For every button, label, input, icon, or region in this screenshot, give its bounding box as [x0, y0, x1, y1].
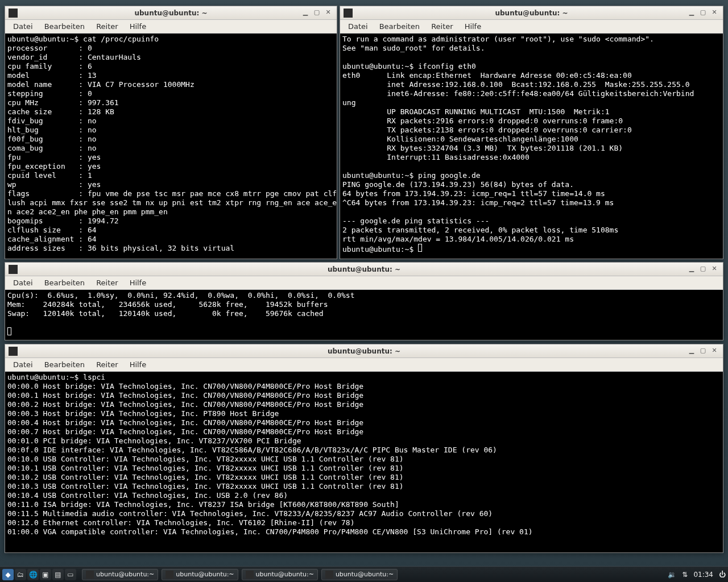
terminal-output[interactable]: ubuntu@ubuntu:~$ cat /proc/cpuinfo proce… [5, 34, 337, 259]
maximize-button[interactable]: ▢ [312, 9, 322, 17]
maximize-button[interactable]: ▢ [698, 9, 708, 17]
menu-tabs[interactable]: Reiter [92, 277, 123, 289]
taskbar[interactable]: ◆ 🗂 🌐 ▣ ▤ ▭ ubuntu@ubuntu:~ ubuntu@ubunt… [0, 566, 728, 582]
terminal-window-3[interactable]: ubuntu@ubuntu: ~ ▁ ▢ ✕ Datei Bearbeiten … [5, 262, 723, 340]
terminal-app-icon [344, 9, 353, 18]
terminal-app-icon [166, 571, 173, 579]
menu-icon[interactable]: ◆ [2, 569, 14, 580]
terminal-app-icon [9, 265, 18, 274]
terminal-app-icon [9, 9, 18, 18]
menubar: Datei Bearbeiten Reiter Hilfe [5, 20, 337, 34]
show-desktop-icon[interactable]: ▭ [65, 569, 76, 580]
menubar: Datei Bearbeiten Reiter Hilfe [5, 276, 723, 290]
window-title: ubuntu@ubuntu: ~ [5, 9, 337, 17]
terminal-icon[interactable]: ▣ [40, 569, 51, 580]
cursor [7, 327, 11, 335]
task-button-1[interactable]: ubuntu@ubuntu:~ [82, 569, 158, 580]
system-tray: 🔉 ⇅ 01:34 ⏻ [668, 571, 726, 579]
menu-help[interactable]: Hilfe [125, 20, 151, 32]
minimize-button[interactable]: ▁ [300, 9, 311, 17]
titlebar[interactable]: ubuntu@ubuntu: ~ ▁ ▢ ✕ [5, 263, 723, 276]
close-button[interactable]: ✕ [323, 9, 333, 17]
task-button-4[interactable]: ubuntu@ubuntu:~ [321, 569, 398, 580]
close-button[interactable]: ✕ [709, 9, 719, 17]
close-button[interactable]: ✕ [709, 265, 719, 273]
titlebar[interactable]: ubuntu@ubuntu: ~ ▁ ▢ ✕ [340, 6, 723, 20]
menu-edit[interactable]: Bearbeiten [40, 359, 89, 371]
terminal-window-2[interactable]: ubuntu@ubuntu: ~ ▁ ▢ ✕ Datei Bearbeiten … [340, 6, 723, 259]
menubar: Datei Bearbeiten Reiter Hilfe [340, 20, 723, 34]
terminal-output[interactable]: Cpu(s): 6.6%us, 1.0%sy, 0.0%ni, 92.4%id,… [5, 290, 723, 340]
task-button-3[interactable]: ubuntu@ubuntu:~ [242, 569, 318, 580]
power-icon[interactable]: ⏻ [719, 571, 726, 579]
menu-tabs[interactable]: Reiter [92, 359, 123, 371]
cursor [418, 244, 422, 252]
task-label: ubuntu@ubuntu:~ [176, 571, 234, 578]
menu-edit[interactable]: Bearbeiten [375, 20, 424, 32]
window-title: ubuntu@ubuntu: ~ [5, 347, 723, 355]
close-button[interactable]: ✕ [709, 347, 719, 355]
window-title: ubuntu@ubuntu: ~ [340, 9, 723, 17]
minimize-button[interactable]: ▁ [686, 265, 697, 273]
menu-file[interactable]: Datei [344, 20, 373, 32]
volume-icon[interactable]: 🔉 [668, 571, 676, 579]
network-icon[interactable]: ⇅ [682, 571, 688, 579]
titlebar[interactable]: ubuntu@ubuntu: ~ ▁ ▢ ✕ [5, 6, 337, 20]
task-label: ubuntu@ubuntu:~ [96, 571, 154, 578]
window-title: ubuntu@ubuntu: ~ [5, 265, 723, 273]
menu-file[interactable]: Datei [9, 359, 38, 371]
maximize-button[interactable]: ▢ [698, 265, 708, 273]
menu-edit[interactable]: Bearbeiten [40, 20, 89, 32]
task-button-2[interactable]: ubuntu@ubuntu:~ [162, 569, 238, 580]
browser-icon[interactable]: 🌐 [27, 569, 39, 580]
menu-help[interactable]: Hilfe [125, 277, 151, 289]
menu-help[interactable]: Hilfe [125, 359, 151, 371]
menu-file[interactable]: Datei [9, 20, 38, 32]
terminal-output[interactable]: To run a command as administrator (user … [340, 34, 723, 259]
editor-icon[interactable]: ▤ [52, 569, 64, 580]
menu-tabs[interactable]: Reiter [92, 20, 123, 32]
terminal-output[interactable]: ubuntu@ubuntu:~$ lspci 00:00.0 Host brid… [5, 372, 723, 552]
terminal-app-icon [246, 571, 254, 579]
minimize-button[interactable]: ▁ [686, 9, 697, 17]
terminal-window-1[interactable]: ubuntu@ubuntu: ~ ▁ ▢ ✕ Datei Bearbeiten … [5, 6, 337, 259]
menubar: Datei Bearbeiten Reiter Hilfe [5, 358, 723, 372]
launcher: ◆ 🗂 🌐 ▣ ▤ ▭ [2, 569, 76, 580]
menu-help[interactable]: Hilfe [460, 20, 486, 32]
menu-edit[interactable]: Bearbeiten [40, 277, 89, 289]
terminal-app-icon [86, 571, 94, 579]
titlebar[interactable]: ubuntu@ubuntu: ~ ▁ ▢ ✕ [5, 344, 723, 358]
clock[interactable]: 01:34 [693, 571, 713, 579]
terminal-app-icon [325, 571, 333, 579]
terminal-app-icon [9, 347, 18, 356]
task-label: ubuntu@ubuntu:~ [336, 571, 394, 578]
terminal-window-4[interactable]: ubuntu@ubuntu: ~ ▁ ▢ ✕ Datei Bearbeiten … [5, 344, 723, 553]
menu-tabs[interactable]: Reiter [427, 20, 458, 32]
files-icon[interactable]: 🗂 [15, 569, 26, 580]
menu-file[interactable]: Datei [9, 277, 38, 289]
task-label: ubuntu@ubuntu:~ [256, 571, 314, 578]
minimize-button[interactable]: ▁ [686, 347, 697, 355]
maximize-button[interactable]: ▢ [698, 347, 708, 355]
